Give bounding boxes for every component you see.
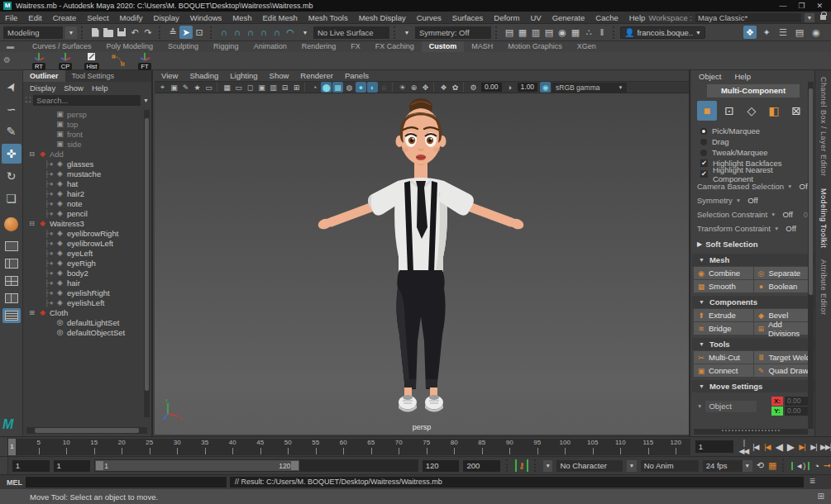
move-settings-header[interactable]: ▼Move Settings <box>692 380 814 392</box>
setting-symmetry[interactable]: Symmetry▼Off <box>692 193 814 207</box>
outliner-node-body2[interactable]: ├●◈ body2 <box>23 268 151 278</box>
shelf-item-hist[interactable]: Hist <box>81 52 103 70</box>
scale-tool-icon[interactable]: ❏ <box>2 188 21 208</box>
shelf-tab-poly-modeling[interactable]: Poly Modeling <box>99 41 161 52</box>
menu-set-dropdown-icon[interactable]: ▼ <box>65 26 77 39</box>
component-select-icon[interactable]: ⊡ <box>193 26 206 39</box>
shelf-item-curve[interactable] <box>107 55 129 68</box>
outliner-node-eyelishleft[interactable]: ├●◈ eyelishLeft <box>23 297 151 307</box>
outliner-tab-tool-settings[interactable]: Tool Settings <box>65 70 122 82</box>
minimize-icon[interactable]: — <box>779 2 786 10</box>
smooth-shade-icon[interactable]: ⬤ <box>321 82 332 93</box>
checkbox-highlight-nearest-component[interactable]: ✔Highlight Nearest Component <box>692 169 814 179</box>
go-to-end-icon[interactable]: ▶▶| <box>820 443 831 451</box>
quad-draw-button[interactable]: ✎Quad Draw <box>754 364 814 377</box>
menu-create[interactable]: Create <box>53 13 77 22</box>
select-tool-icon[interactable]: ➤ <box>0 74 25 101</box>
playback-loop-icon[interactable]: ⟲ <box>757 460 764 471</box>
radio-tweak-marquee[interactable]: Tweak/Marquee <box>692 147 814 158</box>
field-chart-icon[interactable]: ▥ <box>268 82 279 93</box>
use-default-material-icon[interactable]: ◍ <box>344 82 355 93</box>
shelf-tab-sculpting[interactable]: Sculpting <box>160 41 206 52</box>
section-tools[interactable]: ▼Tools <box>692 338 814 350</box>
outliner-search-dropdown-icon[interactable]: ▼ <box>143 97 149 103</box>
attribute-editor-toggle-icon[interactable]: ▤ <box>793 26 806 39</box>
outliner-menu-display[interactable]: Display <box>30 83 55 93</box>
outliner-node-eyelibrowleft[interactable]: ├●◈ eyelibrowLeft <box>23 238 151 248</box>
current-time-field[interactable]: 1 <box>695 440 733 453</box>
sidebar-tab-attribute-editor[interactable]: Attribute Editor <box>819 259 828 316</box>
animation-prefs-icon[interactable]: ➞ <box>824 460 831 471</box>
viewport-menu-panels[interactable]: Panels <box>345 71 369 80</box>
exposure-field[interactable]: 0.00 <box>481 83 502 92</box>
outliner-node-front[interactable]: ·▣ front <box>23 129 151 139</box>
mel-input[interactable] <box>26 477 227 487</box>
select-camera-icon[interactable]: ⌖ <box>157 82 168 93</box>
step-back-frame-icon[interactable]: |◀ <box>751 443 761 451</box>
grid-icon[interactable]: ▦ <box>222 82 232 93</box>
bookmark-icon[interactable]: ★ <box>192 82 203 93</box>
isolate-select-icon[interactable]: ✥ <box>420 82 431 93</box>
menu-edit-mesh[interactable]: Edit Mesh <box>263 13 298 22</box>
step-back-key-icon[interactable]: |◀ <box>762 443 772 451</box>
gamma-field[interactable]: 1.00 <box>518 83 538 92</box>
lasso-tool-icon[interactable]: ∽ <box>2 99 21 119</box>
multi-cut-button[interactable]: ✂Multi-Cut <box>694 351 753 364</box>
menu-file[interactable]: File <box>5 13 17 22</box>
snap-curve-icon[interactable]: ∩ <box>231 26 244 39</box>
snap-projected-center-icon[interactable]: ∩ <box>257 26 270 39</box>
setting-transform-constraint[interactable]: Transform Constraint▼Off <box>692 221 814 235</box>
combine-button[interactable]: ◉Combine <box>694 267 753 279</box>
auto-keyframe-icon[interactable]: ⚷ <box>515 459 528 472</box>
shelf-tab-custom[interactable]: Custom <box>422 41 465 52</box>
color-management-icon[interactable]: ◉ <box>540 82 551 93</box>
face-mode-icon[interactable]: ◧ <box>764 101 784 121</box>
outliner-tab-outliner[interactable]: Outliner <box>23 70 65 82</box>
setting-selection-constraint[interactable]: Selection Constraint▼Off 0 <box>692 207 814 221</box>
layout-four-pane[interactable] <box>2 273 21 288</box>
outliner-node-hair2[interactable]: ├●◈ hair2 <box>23 188 151 198</box>
last-tool-sphere-icon[interactable] <box>4 217 18 231</box>
step-forward-key-icon[interactable]: ▶| <box>797 443 807 451</box>
connect-button[interactable]: ▣Connect <box>694 364 753 377</box>
play-backwards-icon[interactable]: ◀ <box>774 441 784 453</box>
viewport-menu-lighting[interactable]: Lighting <box>230 71 257 80</box>
rotate-tool-icon[interactable]: ↻ <box>2 166 21 186</box>
viewport-menu-shading[interactable]: Shading <box>189 71 218 80</box>
outliner-node-defaultlightset[interactable]: ·◎ defaultLightSet <box>23 317 151 327</box>
film-gate-icon[interactable]: ▭ <box>233 82 244 93</box>
play-forwards-icon[interactable]: ▶ <box>786 441 795 453</box>
section-components[interactable]: ▼Components <box>692 296 814 308</box>
outliner-search-input[interactable]: Search... <box>33 95 141 106</box>
display-layers-icon[interactable]: ∴ <box>582 26 595 39</box>
character-set-dropdown-icon[interactable]: ▼ <box>543 460 553 472</box>
character-controls-toggle-icon[interactable]: ✦ <box>760 26 773 39</box>
menu-windows[interactable]: Windows <box>190 13 222 22</box>
workspace-lock-icon[interactable] <box>820 15 826 20</box>
tool-settings-toggle-icon[interactable]: ◉ <box>810 26 823 39</box>
new-scene-icon[interactable] <box>88 26 102 39</box>
vertex-mode-icon[interactable]: ⊡ <box>719 101 739 121</box>
symmetry-dropdown-icon[interactable]: ▼ <box>401 26 413 39</box>
outliner-node-eyerigh[interactable]: ├●◈ eyeRigh <box>23 258 151 268</box>
outliner-node-side[interactable]: ·▣ side <box>23 139 151 149</box>
shelf-item-ft[interactable]: FT <box>134 52 155 70</box>
snap-point-icon[interactable]: ∩ <box>244 26 257 39</box>
shadows-icon[interactable]: ● <box>356 82 366 93</box>
multi-component-mode-icon[interactable]: ⊠ <box>786 101 806 121</box>
soft-selection-row[interactable]: ▶ Soft Selection <box>692 237 814 251</box>
object-select-icon[interactable]: ➤ <box>179 26 193 39</box>
outliner-node-persp[interactable]: ·▣ persp <box>23 109 151 119</box>
viewport-canvas[interactable]: y x <box>155 93 689 435</box>
range-start-handle[interactable] <box>96 461 103 470</box>
time-slider-grip[interactable] <box>0 437 8 456</box>
shelf-tab-curves-surfaces[interactable]: Curves / Surfaces <box>25 41 99 52</box>
outliner-node-hair[interactable]: ├●◈ hair <box>23 278 151 288</box>
snap-grid-icon[interactable]: ∩ <box>217 26 231 39</box>
safe-title-icon[interactable]: ⊞ <box>291 82 302 93</box>
move-axis-orientation-select[interactable]: Object <box>705 401 757 412</box>
light-editor-icon[interactable]: ▦ <box>569 26 582 39</box>
move-object-expand-icon[interactable]: ▼ <box>697 403 702 409</box>
viewport-menu-show[interactable]: Show <box>270 71 289 80</box>
multi-component-header[interactable]: Multi-Component <box>707 84 800 97</box>
